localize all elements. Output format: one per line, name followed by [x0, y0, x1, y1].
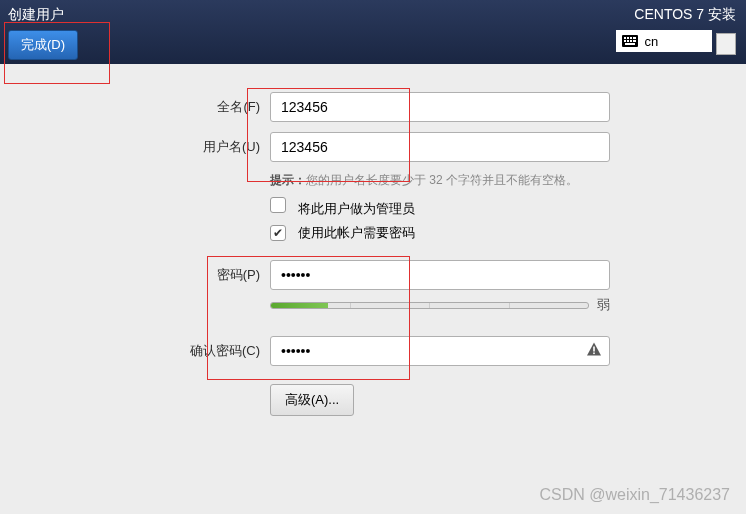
- page-title: 创建用户: [8, 6, 78, 24]
- form-area: 全名(F) 用户名(U) 提示：您的用户名长度要少于 32 个字符并且不能有空格…: [0, 64, 746, 454]
- svg-rect-5: [624, 40, 626, 42]
- confirm-password-label: 确认密码(C): [40, 342, 270, 360]
- svg-rect-11: [593, 353, 595, 355]
- confirm-password-input[interactable]: [270, 336, 610, 366]
- require-password-label: 使用此帐户需要密码: [298, 225, 415, 240]
- keyboard-icon: [622, 35, 638, 47]
- username-hint: 您的用户名长度要少于 32 个字符并且不能有空格。: [306, 173, 578, 187]
- svg-rect-4: [633, 37, 636, 39]
- svg-rect-7: [630, 40, 632, 42]
- keyboard-layout-indicator[interactable]: cn: [616, 30, 712, 52]
- password-label: 密码(P): [40, 266, 270, 284]
- warning-icon: [586, 342, 602, 361]
- svg-rect-9: [625, 43, 635, 45]
- advanced-button[interactable]: 高级(A)...: [270, 384, 354, 416]
- fullname-input[interactable]: [270, 92, 610, 122]
- password-strength-meter: [270, 302, 589, 309]
- svg-rect-2: [627, 37, 629, 39]
- svg-rect-6: [627, 40, 629, 42]
- hint-prefix: 提示：: [270, 173, 306, 187]
- password-input[interactable]: [270, 260, 610, 290]
- done-button[interactable]: 完成(D): [8, 30, 78, 60]
- svg-rect-3: [630, 37, 632, 39]
- keyboard-layout-code: cn: [644, 34, 658, 49]
- password-strength-label: 弱: [597, 296, 610, 314]
- installer-header: 创建用户 完成(D) CENTOS 7 安装 cn: [0, 0, 746, 64]
- username-label: 用户名(U): [40, 138, 270, 156]
- username-input[interactable]: [270, 132, 610, 162]
- svg-rect-10: [593, 347, 595, 352]
- fullname-label: 全名(F): [40, 98, 270, 116]
- help-button[interactable]: [716, 33, 736, 55]
- admin-checkbox[interactable]: [270, 197, 286, 213]
- admin-checkbox-label: 将此用户做为管理员: [298, 201, 415, 216]
- installer-name: CENTOS 7 安装: [616, 6, 736, 24]
- svg-rect-8: [633, 40, 636, 42]
- require-password-checkbox[interactable]: [270, 225, 286, 241]
- watermark-text: CSDN @weixin_71436237: [539, 486, 730, 504]
- svg-rect-1: [624, 37, 626, 39]
